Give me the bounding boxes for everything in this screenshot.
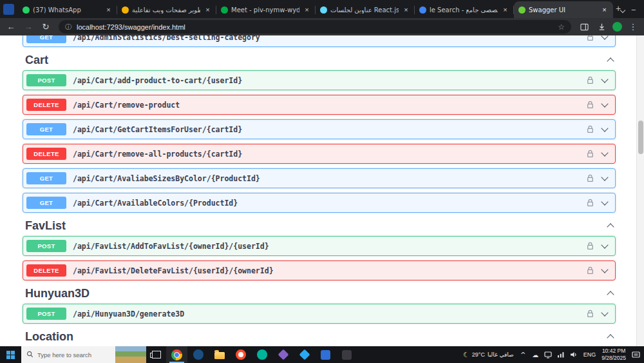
lock-icon[interactable] <box>587 199 594 207</box>
section-header[interactable]: Hunyuan3D <box>25 287 613 300</box>
search-placeholder: Type here to search <box>37 351 91 358</box>
edge-icon[interactable] <box>187 346 209 363</box>
address-bar[interactable]: ⓘ localhost:7293/swagger/index.html ☆ <box>59 20 571 34</box>
method-badge: DELETE <box>26 264 66 277</box>
endpoint-path: /api/Cart/GetCartItemsForUser/{cartId} <box>73 125 587 134</box>
chrome-icon[interactable] <box>166 346 187 363</box>
network-signal-icon[interactable] <box>557 351 565 358</box>
task-view-button[interactable] <box>146 346 166 363</box>
chevron-down-icon[interactable] <box>601 309 608 316</box>
chevron-down-icon[interactable] <box>601 149 608 156</box>
close-tab-icon[interactable]: × <box>600 6 609 14</box>
lock-icon[interactable] <box>587 266 594 275</box>
partial-endpoint-slot: GET/api/AdminStatistics/best-selling-cat… <box>23 35 616 47</box>
chevron-down-icon[interactable] <box>601 173 608 181</box>
meet-favicon <box>221 6 228 14</box>
endpoint-row[interactable]: POST/api/Hunyuan3D/generate3D <box>23 304 616 324</box>
file-explorer-icon[interactable] <box>209 346 230 363</box>
chevron-up-icon[interactable] <box>607 334 614 341</box>
close-tab-icon[interactable]: × <box>204 6 212 14</box>
tray-icons: ^☁ <box>520 351 578 358</box>
browser-menu-button[interactable]: ⋮ <box>627 21 639 34</box>
download-icon[interactable] <box>595 21 608 34</box>
browser-tab[interactable]: Swagger UI× <box>514 1 613 18</box>
close-tab-icon[interactable]: × <box>104 6 113 14</box>
browser-tab[interactable]: عناوين لجلسات React.js× <box>316 1 415 18</box>
chevron-down-icon[interactable] <box>601 100 608 107</box>
close-tab-icon[interactable]: × <box>402 6 410 14</box>
endpoint-row[interactable]: GET/api/AdminStatistics/best-selling-cat… <box>23 35 616 47</box>
endpoint-row[interactable]: POST/api/FavList/AddToFavList/{ownerId}/… <box>23 236 616 256</box>
onedrive-cloud-icon[interactable]: ☁ <box>532 351 539 358</box>
action-center-icon[interactable] <box>632 351 640 358</box>
chevron-down-icon[interactable] <box>601 124 608 132</box>
refresh-button[interactable]: ↻ <box>39 21 52 34</box>
section-header[interactable]: FavList <box>25 219 613 232</box>
method-badge: DELETE <box>26 99 66 111</box>
browser-tab[interactable]: Meet - piv-nymw-wyd× <box>216 1 316 18</box>
bookmark-star-icon[interactable]: ☆ <box>558 23 565 32</box>
endpoint-row-icons <box>587 309 607 318</box>
start-button[interactable] <box>0 346 21 363</box>
section-title: Cart <box>25 54 608 67</box>
vscode-icon[interactable] <box>294 346 315 363</box>
window-controls: – × <box>625 0 644 18</box>
terminal-icon[interactable] <box>336 346 357 363</box>
lock-icon[interactable] <box>587 76 594 84</box>
lock-icon[interactable] <box>587 242 594 250</box>
back-button[interactable]: ← <box>5 21 17 34</box>
hidden-icons-chevron[interactable]: ^ <box>520 351 527 358</box>
chevron-down-icon[interactable] <box>601 198 608 205</box>
taskbar-clock[interactable]: 10:42 PM 9/28/2025 <box>601 348 626 362</box>
taskbar-weather[interactable]: ☾ 29°C صافي غالبا <box>463 351 514 359</box>
site-info-icon[interactable]: ⓘ <box>65 23 71 32</box>
tab-title: تطوير صفحات ويب تفاعلية <box>132 6 200 14</box>
minimize-button[interactable]: – <box>625 0 642 18</box>
chevron-down-icon[interactable] <box>601 35 608 40</box>
endpoint-row[interactable]: DELETE/api/FavList/DeleteFavList/{userId… <box>23 260 616 280</box>
lock-icon[interactable] <box>587 309 594 318</box>
profile-avatar[interactable] <box>612 22 622 32</box>
side-panel-icon[interactable] <box>578 21 591 34</box>
endpoint-row[interactable]: GET/api/Cart/AvaliabeSizesByColor/{Produ… <box>23 168 616 188</box>
forward-button[interactable]: → <box>22 21 35 34</box>
chevron-up-icon[interactable] <box>607 291 614 298</box>
lock-icon[interactable] <box>587 150 594 158</box>
lock-icon[interactable] <box>587 35 594 41</box>
browser-tab[interactable]: تطوير صفحات ويب تفاعلية× <box>117 1 216 18</box>
lock-icon[interactable] <box>587 125 594 133</box>
endpoint-row[interactable]: DELETE/api/Cart/remove-product <box>23 95 616 115</box>
opera-icon[interactable] <box>230 346 251 363</box>
language-indicator[interactable]: ENG <box>583 351 596 358</box>
chevron-down-icon[interactable] <box>601 266 608 273</box>
chevron-up-icon[interactable] <box>607 223 614 230</box>
display-icon[interactable] <box>544 351 552 358</box>
chevron-up-icon[interactable] <box>607 57 614 64</box>
browser-tab[interactable]: le Search - بتخصصي جامع× <box>415 1 514 18</box>
teal-app-icon[interactable] <box>251 346 272 363</box>
page-scrollbar[interactable] <box>636 35 644 346</box>
scrollbar-thumb[interactable] <box>638 121 643 154</box>
endpoint-row[interactable]: DELETE/api/Cart/remove-all-products/{car… <box>23 144 616 164</box>
chevron-down-icon[interactable] <box>601 75 608 83</box>
search-highlight-image[interactable] <box>115 346 146 363</box>
lock-icon[interactable] <box>587 101 594 109</box>
close-tab-icon[interactable]: × <box>501 6 509 14</box>
volume-icon[interactable] <box>570 351 578 358</box>
browser-tab[interactable]: (37) WhatsApp× <box>18 1 117 18</box>
chevron-down-icon[interactable] <box>601 241 608 248</box>
window-app-icon <box>3 4 14 15</box>
taskbar-search[interactable]: Type here to search <box>21 346 146 363</box>
visual-studio-icon[interactable] <box>272 346 294 363</box>
photos-icon[interactable] <box>315 346 336 363</box>
endpoint-row-icons <box>587 101 607 109</box>
section-header[interactable]: Location <box>25 330 613 343</box>
section-header[interactable]: Cart <box>25 54 613 66</box>
endpoint-row-icons <box>587 35 607 41</box>
close-tab-icon[interactable]: × <box>303 6 311 14</box>
endpoint-row[interactable]: GET/api/Cart/AvailableColors/{ProductId} <box>23 193 616 213</box>
endpoint-row[interactable]: GET/api/Cart/GetCartItemsForUser/{cartId… <box>23 119 616 139</box>
lock-icon[interactable] <box>587 174 594 182</box>
endpoint-row[interactable]: POST/api/Cart/add-product-to-cart/{userI… <box>23 70 616 90</box>
endpoint-row-icons <box>587 150 607 158</box>
